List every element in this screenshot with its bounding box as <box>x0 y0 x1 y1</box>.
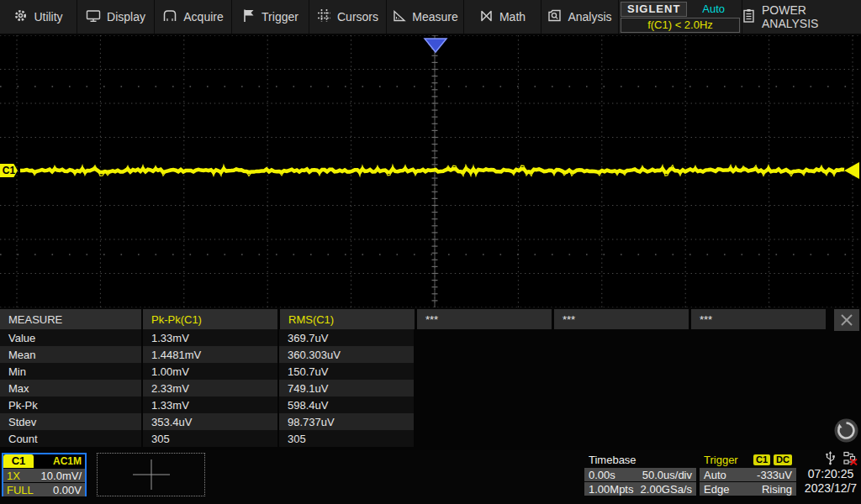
menu-trigger[interactable]: Trigger <box>232 0 309 34</box>
refresh-icon[interactable] <box>833 417 859 444</box>
menu-label: Cursors <box>337 10 378 24</box>
measure-col-4[interactable]: *** <box>554 309 689 329</box>
measure-panel: MEASURE Pk-Pk(C1) RMS(C1) *** *** *** Va… <box>0 307 861 450</box>
row-value: 1.00mV <box>143 363 277 380</box>
menu-label: Math <box>499 10 526 24</box>
row-value: 1.33mV <box>143 329 277 346</box>
row-value: 353.4uV <box>143 413 277 430</box>
row-value: 2.33mV <box>143 380 277 396</box>
math-icon <box>479 9 494 25</box>
row-value: 305 <box>279 430 414 447</box>
row-value: 150.7uV <box>279 363 414 380</box>
trigger-level: -333uV <box>757 469 792 481</box>
bandwidth-limit: FULL <box>7 484 34 496</box>
timebase-box[interactable]: Timebase 0.00s50.0us/div 1.00Mpts2.00GSa… <box>584 453 696 496</box>
plus-icon <box>133 459 170 490</box>
analysis-icon <box>547 8 562 25</box>
add-channel-box[interactable] <box>97 453 205 496</box>
row-value: 598.4uV <box>279 396 414 413</box>
row-label: Value <box>0 329 141 346</box>
row-value: 749.1uV <box>279 380 414 396</box>
menu-label: POWER ANALYSIS <box>762 3 861 30</box>
clipboard-icon <box>742 8 755 26</box>
row-value: 369.7uV <box>279 329 414 346</box>
row-label: Max <box>0 380 141 396</box>
measure-title: MEASURE <box>0 309 141 329</box>
trigger-title: Trigger <box>704 454 750 466</box>
row-value: 1.33mV <box>143 396 277 413</box>
measure-col-3[interactable]: *** <box>417 309 552 329</box>
menu-label: Acquire <box>183 10 223 24</box>
measure-col-2[interactable]: RMS(C1) <box>280 309 415 329</box>
menu-display[interactable]: Display <box>77 0 155 34</box>
memory-depth: 1.00Mpts <box>589 483 633 496</box>
trigger-coupling-chip: DC <box>774 454 792 465</box>
gear-icon <box>13 8 28 25</box>
menu-acquire[interactable]: Acquire <box>155 0 232 34</box>
row-value: 360.303uV <box>279 346 414 363</box>
vertical-offset: 0.00V <box>53 484 82 496</box>
channel-c1-box[interactable]: C1 AC1M 1X10.0mV/ FULL0.00V <box>2 453 87 496</box>
system-status: 07:20:25 2023/12/7 <box>800 452 861 501</box>
display-icon <box>86 9 101 25</box>
menu-utility[interactable]: Utility <box>0 0 77 34</box>
trigger-position-marker[interactable] <box>0 35 861 307</box>
menu-power-analysis[interactable]: POWER ANALYSIS <box>742 0 861 34</box>
close-icon[interactable] <box>834 309 859 331</box>
trigger-source-chip: C1 <box>753 454 770 465</box>
table-row: Stdev 353.4uV 98.737uV <box>0 413 415 430</box>
timebase-title: Timebase <box>589 454 637 466</box>
row-value: 1.4481mV <box>143 346 277 363</box>
vertical-scale: 10.0mV/ <box>41 470 82 482</box>
row-label: Stdev <box>0 413 141 430</box>
brand-status-block: SIGLENT Auto f(C1) < 2.0Hz <box>619 0 742 34</box>
menu-label: Analysis <box>568 10 611 24</box>
status-bar: C1 AC1M 1X10.0mV/ FULL0.00V Timebase 0.0… <box>0 450 861 504</box>
table-row: Value 1.33mV 369.7uV <box>0 329 415 346</box>
measure-col-1[interactable]: Pk-Pk(C1) <box>143 309 277 329</box>
table-row: Mean 1.4481mV 360.303uV <box>0 346 415 363</box>
cursors-icon <box>317 8 331 25</box>
row-label: Pk-Pk <box>0 396 141 413</box>
menu-measure[interactable]: Measure <box>387 0 464 34</box>
system-date: 2023/12/7 <box>805 481 857 496</box>
menu-label: Utility <box>34 10 62 24</box>
horizontal-delay: 0.00s <box>589 469 615 481</box>
table-row: Min 1.00mV 150.7uV <box>0 363 415 380</box>
row-value: 305 <box>143 430 277 447</box>
trigger-type: Edge <box>704 483 729 496</box>
flag-icon <box>242 8 256 25</box>
menu-label: Trigger <box>261 10 298 24</box>
table-row: Count 305 305 <box>0 430 415 447</box>
menu-analysis[interactable]: Analysis <box>541 0 619 34</box>
row-value: 98.737uV <box>279 413 414 430</box>
top-menu-bar: Utility Display Acquire Trigger Cursors … <box>0 0 861 35</box>
siglent-logo: SIGLENT <box>621 2 687 17</box>
trigger-slope: Rising <box>762 483 792 496</box>
trigger-level-arrow[interactable] <box>844 162 859 179</box>
sample-rate: 2.00GSa/s <box>641 483 692 496</box>
usb-icon <box>825 451 836 468</box>
probe-attenuation: 1X <box>7 470 20 482</box>
menu-label: Display <box>107 10 145 24</box>
channel-coupling: AC1M <box>34 455 85 467</box>
measure-col-5[interactable]: *** <box>691 309 826 329</box>
acquisition-status: Auto <box>687 3 740 15</box>
measure-icon <box>392 9 406 25</box>
table-row: Max 2.33mV 749.1uV <box>0 380 415 396</box>
acquire-icon <box>162 9 177 25</box>
system-time: 07:20:25 <box>808 467 854 481</box>
trigger-mode: Auto <box>704 469 726 481</box>
menu-cursors[interactable]: Cursors <box>309 0 387 34</box>
trigger-box[interactable]: Trigger C1 DC Auto-333uV EdgeRising <box>700 453 796 496</box>
row-label: Min <box>0 363 141 380</box>
menu-label: Measure <box>412 10 457 24</box>
row-label: Count <box>0 430 141 447</box>
channel-name-chip: C1 <box>3 454 34 468</box>
row-label: Mean <box>0 346 141 363</box>
lan-disconnected-icon <box>843 451 858 468</box>
timebase-scale: 50.0us/div <box>642 469 692 481</box>
menu-math[interactable]: Math <box>464 0 541 34</box>
trigger-frequency-readout: f(C1) < 2.0Hz <box>621 18 740 33</box>
waveform-display[interactable]: C1 <box>0 35 861 307</box>
